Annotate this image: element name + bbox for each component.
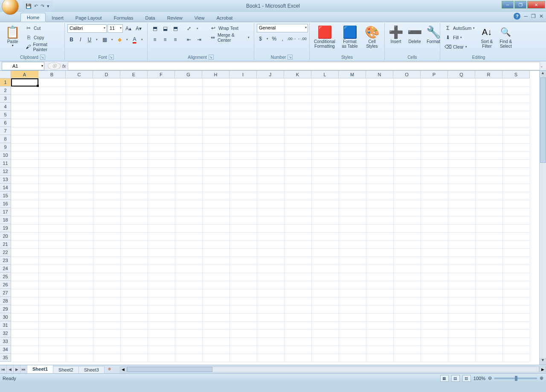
cell[interactable] bbox=[393, 289, 421, 297]
cell[interactable] bbox=[284, 192, 311, 200]
cell[interactable] bbox=[448, 321, 475, 329]
cell[interactable] bbox=[120, 281, 148, 289]
find-select-button[interactable]: 🔍Find & Select bbox=[497, 24, 514, 54]
cell[interactable] bbox=[366, 200, 393, 208]
page-layout-view-button[interactable]: ▤ bbox=[451, 375, 460, 382]
cell[interactable] bbox=[339, 224, 366, 232]
cell[interactable] bbox=[66, 78, 93, 86]
cell[interactable] bbox=[93, 346, 120, 354]
row-header[interactable]: 31 bbox=[0, 321, 11, 329]
cell[interactable] bbox=[475, 151, 502, 159]
cell[interactable] bbox=[284, 248, 311, 257]
tab-acrobat[interactable]: Acrobat bbox=[210, 14, 238, 22]
cell[interactable] bbox=[120, 167, 148, 176]
cell[interactable] bbox=[284, 273, 311, 281]
cell[interactable] bbox=[366, 95, 393, 103]
cell[interactable] bbox=[66, 289, 93, 297]
cell[interactable] bbox=[11, 248, 38, 257]
cell[interactable] bbox=[93, 216, 120, 224]
cell[interactable] bbox=[311, 313, 339, 321]
row-header[interactable]: 26 bbox=[0, 281, 11, 289]
cell[interactable] bbox=[448, 354, 475, 362]
cell[interactable] bbox=[366, 216, 393, 224]
cell[interactable] bbox=[120, 240, 148, 248]
cell[interactable] bbox=[11, 313, 38, 321]
name-box[interactable]: A1▾ bbox=[2, 62, 44, 70]
cell[interactable] bbox=[475, 273, 502, 281]
cell[interactable] bbox=[11, 184, 38, 192]
horizontal-scrollbar[interactable]: ◀ ▶ bbox=[120, 365, 546, 373]
cell[interactable] bbox=[475, 192, 502, 200]
cell[interactable] bbox=[202, 159, 229, 167]
cell[interactable] bbox=[339, 313, 366, 321]
cell[interactable] bbox=[202, 224, 229, 232]
cell[interactable] bbox=[202, 176, 229, 184]
cell[interactable] bbox=[284, 313, 311, 321]
cell[interactable] bbox=[175, 289, 202, 297]
cell[interactable] bbox=[448, 273, 475, 281]
cell[interactable] bbox=[284, 224, 311, 232]
cell[interactable] bbox=[448, 240, 475, 248]
cell[interactable] bbox=[502, 208, 530, 216]
cell[interactable] bbox=[448, 86, 475, 95]
cell[interactable] bbox=[148, 159, 175, 167]
cell[interactable] bbox=[502, 167, 530, 176]
cell[interactable] bbox=[502, 78, 530, 86]
comma-button[interactable]: , bbox=[279, 34, 286, 43]
cell[interactable] bbox=[148, 346, 175, 354]
cell[interactable] bbox=[284, 111, 311, 119]
cell[interactable] bbox=[11, 273, 38, 281]
shrink-font-button[interactable]: A▾ bbox=[134, 24, 143, 33]
cell[interactable] bbox=[366, 184, 393, 192]
row-header[interactable]: 10 bbox=[0, 151, 11, 159]
cell[interactable] bbox=[502, 200, 530, 208]
cell[interactable] bbox=[148, 127, 175, 135]
cell[interactable] bbox=[93, 273, 120, 281]
cell[interactable] bbox=[93, 135, 120, 143]
cell[interactable] bbox=[202, 337, 229, 346]
cell[interactable] bbox=[421, 354, 448, 362]
cell[interactable] bbox=[502, 289, 530, 297]
cell[interactable] bbox=[229, 78, 257, 86]
cell[interactable] bbox=[93, 297, 120, 305]
cell[interactable] bbox=[11, 289, 38, 297]
cell[interactable] bbox=[366, 127, 393, 135]
cell[interactable] bbox=[421, 176, 448, 184]
row-header[interactable]: 33 bbox=[0, 337, 11, 346]
page-break-view-button[interactable]: ▥ bbox=[462, 375, 471, 382]
cell[interactable] bbox=[475, 167, 502, 176]
column-header[interactable]: L bbox=[311, 71, 339, 78]
cell[interactable] bbox=[393, 321, 421, 329]
cell[interactable] bbox=[475, 143, 502, 151]
cell[interactable] bbox=[148, 354, 175, 362]
cell[interactable] bbox=[448, 159, 475, 167]
cell[interactable] bbox=[66, 337, 93, 346]
cell[interactable] bbox=[66, 305, 93, 313]
cell[interactable] bbox=[339, 103, 366, 111]
cell[interactable] bbox=[257, 265, 284, 273]
cell[interactable] bbox=[229, 95, 257, 103]
cell[interactable] bbox=[148, 305, 175, 313]
cell[interactable] bbox=[229, 313, 257, 321]
scroll-left-icon[interactable]: ◀ bbox=[120, 366, 127, 372]
cell[interactable] bbox=[393, 151, 421, 159]
cell[interactable] bbox=[66, 281, 93, 289]
cell[interactable] bbox=[175, 224, 202, 232]
cell[interactable] bbox=[229, 127, 257, 135]
cell[interactable] bbox=[257, 135, 284, 143]
cell[interactable] bbox=[311, 248, 339, 257]
row-header[interactable]: 8 bbox=[0, 135, 11, 143]
cell[interactable] bbox=[284, 86, 311, 95]
cell[interactable] bbox=[421, 216, 448, 224]
cell[interactable] bbox=[38, 313, 66, 321]
cell[interactable] bbox=[66, 143, 93, 151]
cell[interactable] bbox=[66, 273, 93, 281]
cell[interactable] bbox=[421, 200, 448, 208]
cell[interactable] bbox=[66, 119, 93, 127]
row-header[interactable]: 23 bbox=[0, 257, 11, 265]
cell[interactable] bbox=[38, 86, 66, 95]
cell[interactable] bbox=[38, 273, 66, 281]
cell[interactable] bbox=[393, 257, 421, 265]
cell[interactable] bbox=[475, 354, 502, 362]
cell[interactable] bbox=[311, 167, 339, 176]
